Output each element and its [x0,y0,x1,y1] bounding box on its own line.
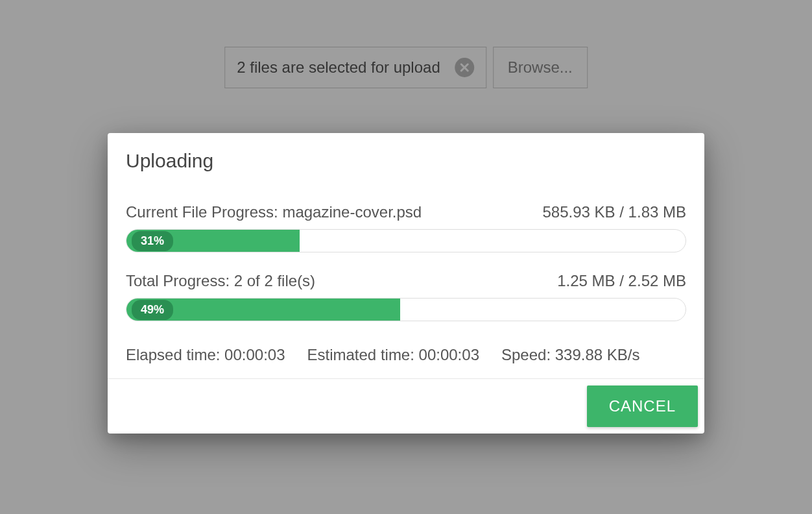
upload-stats: Elapsed time: 00:00:03Estimated time: 00… [126,343,686,367]
current-file-header: Current File Progress: magazine-cover.ps… [126,203,686,221]
upload-dialog: Uploading Current File Progress: magazin… [108,133,704,434]
elapsed-time: Elapsed time: 00:00:03 [126,346,285,363]
dialog-title: Uploading [126,150,686,172]
total-progress-size: 1.25 MB / 2.52 MB [557,272,686,290]
current-file-label-prefix: Current File Progress: [126,203,282,221]
current-file-progress-bar: 31% [126,229,686,252]
estimated-time: Estimated time: 00:00:03 [307,346,479,363]
total-progress-fill: 49% [126,299,400,321]
total-progress-section: Total Progress: 2 of 2 file(s) 1.25 MB /… [126,272,686,321]
current-file-label: Current File Progress: magazine-cover.ps… [126,203,422,221]
total-percent-badge: 49% [132,300,173,320]
total-progress-label: Total Progress: 2 of 2 file(s) [126,272,315,290]
current-file-percent-badge: 31% [132,231,173,251]
current-file-size: 585.93 KB / 1.83 MB [543,203,686,221]
upload-speed: Speed: 339.88 KB/s [501,346,640,363]
dialog-body: Uploading Current File Progress: magazin… [108,133,704,378]
current-file-section: Current File Progress: magazine-cover.ps… [126,203,686,252]
current-file-name: magazine-cover.psd [282,203,422,221]
current-file-progress-fill: 31% [126,230,300,252]
cancel-button[interactable]: CANCEL [587,386,698,427]
dialog-footer: CANCEL [108,378,704,434]
total-progress-header: Total Progress: 2 of 2 file(s) 1.25 MB /… [126,272,686,290]
total-progress-bar: 49% [126,298,686,321]
